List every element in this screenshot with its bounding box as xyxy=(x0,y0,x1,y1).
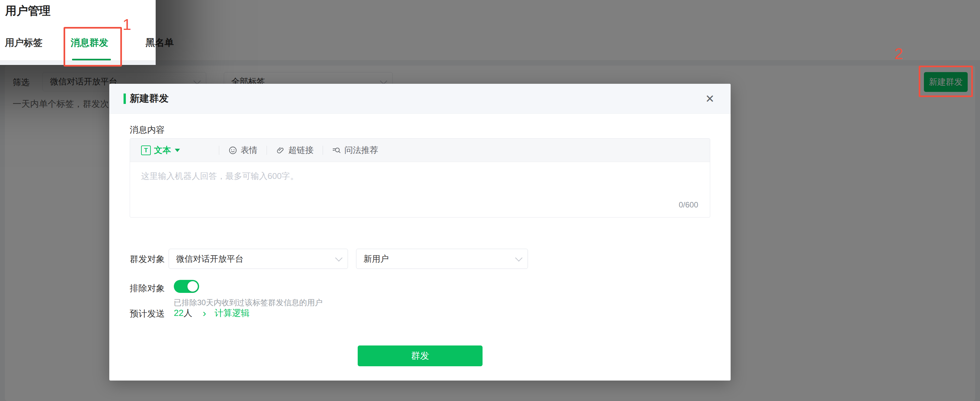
hyperlink-button[interactable]: 超链接 xyxy=(276,144,313,156)
message-textarea[interactable] xyxy=(130,162,710,218)
filter-platform-select-value: 微信对话开放平台 xyxy=(50,76,118,87)
emoji-label: 表情 xyxy=(240,144,258,156)
broadcast-submit-button[interactable]: 群发 xyxy=(358,345,482,366)
modal-title: 新建群发 xyxy=(130,92,169,105)
title-accent-bar xyxy=(124,94,126,104)
toolbar-separator xyxy=(219,146,219,155)
toggle-knob xyxy=(188,281,198,292)
estimate-unit: 人 xyxy=(183,307,192,319)
chevron-down-icon xyxy=(194,77,201,85)
exclude-helper-text: 已排除30天内收到过该标签群发信息的用户 xyxy=(174,297,323,308)
chevron-down-icon xyxy=(380,77,388,85)
new-broadcast-button[interactable]: 新建群发 xyxy=(924,72,968,92)
question-suggest-button[interactable]: 问法推荐 xyxy=(332,144,378,156)
tab-message-broadcast[interactable]: 消息群发 xyxy=(71,36,108,50)
page-header: 用户管理 用户标签 消息群发 黑名单 xyxy=(0,0,980,61)
question-suggest-label: 问法推荐 xyxy=(344,144,378,156)
target-user-select-value: 新用户 xyxy=(364,253,389,265)
text-type-icon: T xyxy=(141,145,151,155)
target-platform-select-value: 微信对话开放平台 xyxy=(176,253,243,265)
hyperlink-icon xyxy=(276,146,285,155)
estimate-label: 预计发送 xyxy=(130,308,165,320)
search-suggest-icon xyxy=(332,146,341,155)
modal-header: 新建群发 ✕ xyxy=(109,84,730,113)
text-type-label: 文本 xyxy=(154,144,171,156)
tab-blacklist[interactable]: 黑名单 xyxy=(146,36,174,50)
page-title: 用户管理 xyxy=(5,3,51,19)
close-icon[interactable]: ✕ xyxy=(703,91,717,106)
chevron-down-icon xyxy=(335,254,343,262)
calc-logic-link[interactable]: 计算逻辑 xyxy=(215,307,250,319)
emoji-button[interactable]: 表情 xyxy=(228,144,258,156)
broadcast-limit-tip: 一天内单个标签，群发次 xyxy=(13,98,109,110)
editor-toolbar: T 文本 表情 xyxy=(130,139,710,162)
target-platform-select[interactable]: 微信对话开放平台 xyxy=(169,249,348,269)
text-type-dropdown[interactable]: T 文本 xyxy=(141,144,180,156)
target-user-select[interactable]: 新用户 xyxy=(356,249,528,269)
chevron-down-icon xyxy=(515,254,523,262)
toolbar-separator xyxy=(267,146,267,155)
target-label: 群发对象 xyxy=(130,253,165,265)
char-counter: 0/600 xyxy=(679,200,698,209)
tab-user-tags[interactable]: 用户标签 xyxy=(5,36,43,50)
hyperlink-label: 超链接 xyxy=(288,144,313,156)
toolbar-separator xyxy=(323,146,323,155)
screen: 用户管理 用户标签 消息群发 黑名单 筛选 微信对话开放平台 全部标签 一天内单… xyxy=(0,0,980,401)
emoji-icon xyxy=(228,146,237,155)
exclude-label: 排除对象 xyxy=(130,283,165,294)
caret-down-icon xyxy=(175,149,180,152)
exclude-toggle[interactable] xyxy=(174,280,199,293)
message-editor: T 文本 表情 xyxy=(130,138,710,217)
filter-label: 筛选 xyxy=(13,77,30,88)
estimate-row: 22 人 › 计算逻辑 xyxy=(174,307,250,319)
estimate-count: 22 xyxy=(174,308,183,318)
message-content-label: 消息内容 xyxy=(130,124,165,136)
new-broadcast-modal: 新建群发 ✕ 消息内容 T 文本 xyxy=(109,84,730,380)
chevron-right-icon: › xyxy=(203,308,206,318)
